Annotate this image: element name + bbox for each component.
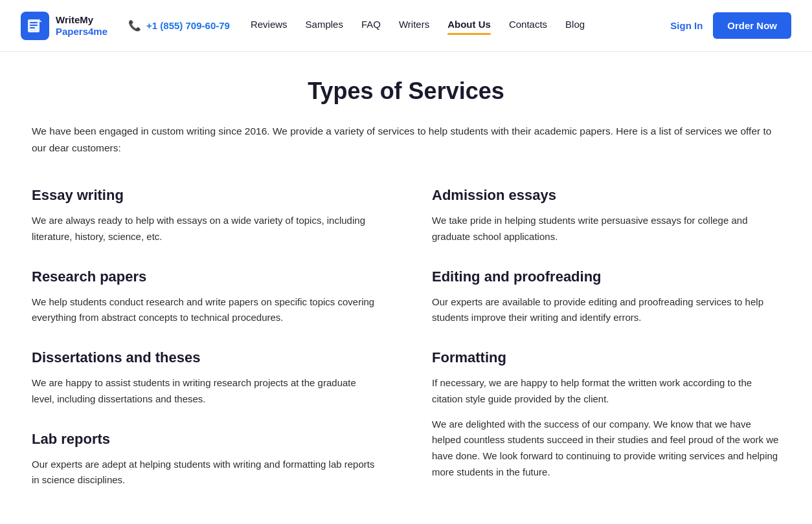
service-lab-reports-title: Lab reports	[32, 431, 380, 448]
services-left-column: Essay writing We are always ready to hel…	[32, 187, 380, 512]
intro-paragraph: We have been engaged in custom writing s…	[32, 123, 780, 156]
services-grid: Essay writing We are always ready to hel…	[32, 187, 780, 512]
service-essay-writing-title: Essay writing	[32, 187, 380, 204]
site-header: WriteMy Papers4me 📞 +1 (855) 709-60-79 R…	[0, 0, 812, 52]
service-formatting: Formatting If necessary, we are happy to…	[432, 349, 780, 481]
logo[interactable]: WriteMy Papers4me	[21, 12, 107, 40]
service-essay-writing: Essay writing We are always ready to hel…	[32, 187, 380, 245]
service-formatting-desc-1: If necessary, we are happy to help forma…	[432, 375, 780, 408]
logo-icon	[21, 12, 49, 40]
phone-number: +1 (855) 709-60-79	[146, 20, 230, 31]
order-now-button[interactable]: Order Now	[713, 12, 791, 39]
service-dissertations-title: Dissertations and theses	[32, 349, 380, 366]
nav-about-us[interactable]: About Us	[447, 19, 491, 32]
phone-icon: 📞	[128, 19, 141, 32]
svg-rect-1	[30, 22, 38, 23]
service-admission-essays: Admission essays We take pride in helpin…	[432, 187, 780, 245]
service-editing-proofreading-desc: Our experts are available to provide edi…	[432, 294, 780, 327]
service-research-papers-desc: We help students conduct research and wr…	[32, 294, 380, 327]
svg-rect-2	[30, 25, 38, 26]
logo-text: WriteMy Papers4me	[56, 14, 107, 38]
nav-contacts[interactable]: Contacts	[509, 19, 547, 32]
service-formatting-desc-2: We are delighted with the success of our…	[432, 417, 780, 481]
nav-blog[interactable]: Blog	[565, 19, 585, 32]
service-editing-proofreading: Editing and proofreading Our experts are…	[432, 268, 780, 327]
phone-area[interactable]: 📞 +1 (855) 709-60-79	[128, 19, 230, 32]
services-right-column: Admission essays We take pride in helpin…	[432, 187, 780, 512]
service-dissertations-desc: We are happy to assist students in writi…	[32, 375, 380, 408]
service-lab-reports: Lab reports Our experts are adept at hel…	[32, 431, 380, 489]
main-nav: Reviews Samples FAQ Writers About Us Con…	[251, 19, 670, 32]
page-title: Types of Services	[32, 78, 780, 105]
service-research-papers: Research papers We help students conduct…	[32, 268, 380, 327]
service-admission-essays-title: Admission essays	[432, 187, 780, 204]
service-essay-writing-desc: We are always ready to help with essays …	[32, 213, 380, 245]
service-editing-proofreading-title: Editing and proofreading	[432, 268, 780, 285]
nav-writers[interactable]: Writers	[399, 19, 429, 32]
nav-samples[interactable]: Samples	[306, 19, 343, 32]
service-lab-reports-desc: Our experts are adept at helping student…	[32, 457, 380, 489]
service-formatting-title: Formatting	[432, 349, 780, 366]
service-admission-essays-desc: We take pride in helping students write …	[432, 213, 780, 245]
sign-in-link[interactable]: Sign In	[670, 20, 703, 31]
svg-rect-3	[30, 27, 35, 28]
main-content: Types of Services We have been engaged i…	[0, 52, 812, 524]
service-research-papers-title: Research papers	[32, 268, 380, 285]
service-dissertations: Dissertations and theses We are happy to…	[32, 349, 380, 408]
nav-reviews[interactable]: Reviews	[251, 19, 288, 32]
nav-faq[interactable]: FAQ	[361, 19, 381, 32]
